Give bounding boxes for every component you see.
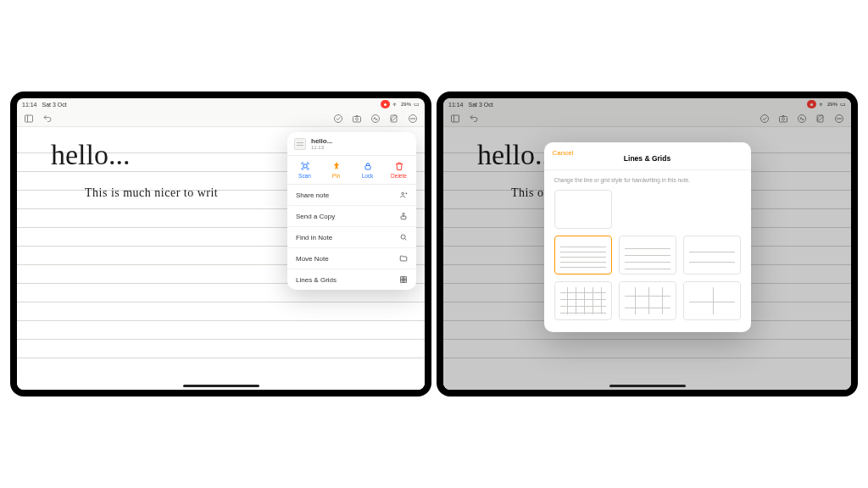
svg-rect-11 [303, 164, 307, 168]
person-add-icon [399, 191, 408, 199]
cancel-button[interactable]: Cancel [553, 149, 574, 157]
note-actions-popover: hello... 11:13 Scan Pin Lock [287, 132, 416, 290]
grid-icon [399, 275, 408, 284]
find-in-note-row[interactable]: Find in Note [287, 227, 416, 248]
draw-icon[interactable] [370, 114, 381, 124]
share-note-label: Share note [296, 191, 329, 199]
lines-grids-row[interactable]: Lines & Grids [287, 269, 416, 290]
svg-point-9 [413, 118, 414, 119]
status-bar: 11:14 Sat 3 Oct ᯤ 29% ▭ [17, 98, 425, 110]
recording-pill[interactable] [381, 100, 390, 108]
screen-left: 11:14 Sat 3 Oct ᯤ 29% ▭ [17, 98, 425, 390]
style-grid-small[interactable] [554, 281, 612, 320]
pin-icon [331, 161, 342, 171]
svg-rect-0 [25, 115, 33, 122]
lines-grids-modal: Cancel Lines & Grids Change the line or … [544, 142, 751, 332]
home-indicator[interactable] [183, 385, 259, 387]
quick-actions: Scan Pin Lock Delete [287, 156, 416, 185]
sidebar-toggle-icon[interactable] [24, 114, 34, 124]
lock-label: Lock [362, 173, 374, 179]
ipad-left: 11:14 Sat 3 Oct ᯤ 29% ▭ [10, 92, 431, 396]
home-indicator-right[interactable] [609, 385, 686, 387]
style-grid-medium[interactable] [619, 281, 676, 320]
send-copy-label: Send a Copy [296, 213, 335, 220]
style-grid-large[interactable] [683, 281, 741, 320]
modal-description: Change the line or grid style for handwr… [544, 170, 751, 186]
popover-subtitle: 11:13 [311, 145, 332, 150]
folder-icon [399, 254, 408, 263]
svg-point-8 [411, 118, 412, 119]
svg-point-10 [415, 118, 415, 119]
note-thumbnail-icon [294, 138, 306, 150]
battery-icon: ▭ [414, 101, 420, 108]
battery-label: 29% [401, 102, 411, 107]
find-label: Find in Note [296, 234, 332, 241]
style-lines-medium[interactable] [619, 236, 676, 274]
popover-title: hello... [311, 137, 332, 145]
camera-icon[interactable] [352, 114, 362, 124]
delete-label: Delete [391, 173, 407, 179]
lines-grids-label: Lines & Grids [296, 276, 337, 284]
move-note-row[interactable]: Move Note [287, 248, 416, 269]
style-blank[interactable] [554, 190, 612, 229]
svg-point-4 [356, 118, 359, 120]
undo-icon[interactable] [42, 114, 53, 124]
search-icon [399, 233, 408, 241]
status-time: 11:14 [22, 102, 37, 108]
screen-right: 11:14 Sat 3 Oct ᯤ 29% ▭ [443, 98, 851, 390]
more-icon[interactable] [408, 114, 418, 124]
share-icon [399, 212, 408, 220]
new-note-icon[interactable] [389, 114, 399, 124]
move-label: Move Note [296, 255, 329, 263]
pin-label: Pin [332, 173, 340, 179]
status-date: Sat 3 Oct [42, 102, 66, 108]
scan-button[interactable]: Scan [291, 161, 320, 179]
scan-icon [300, 161, 310, 171]
style-lines-wide[interactable] [683, 236, 741, 274]
svg-point-2 [335, 114, 342, 122]
handwriting-title: hello... [51, 139, 130, 171]
style-lines-narrow[interactable] [554, 236, 612, 274]
handwriting-line: This is much nicer to writ [85, 186, 218, 200]
svg-point-15 [401, 235, 405, 239]
style-options-grid [544, 186, 751, 324]
wifi-icon: ᯤ [392, 102, 398, 108]
svg-point-13 [402, 192, 404, 195]
svg-rect-16 [401, 277, 407, 283]
share-note-row[interactable]: Share note [287, 185, 416, 206]
modal-header: Cancel Lines & Grids [544, 142, 751, 170]
pin-button[interactable]: Pin [322, 161, 351, 179]
popover-header: hello... 11:13 [287, 132, 416, 156]
scan-label: Scan [298, 173, 311, 179]
lock-icon [363, 161, 373, 171]
svg-rect-12 [365, 166, 370, 170]
markup-icon[interactable] [333, 114, 343, 124]
send-copy-row[interactable]: Send a Copy [287, 206, 416, 227]
ipad-right: 11:14 Sat 3 Oct ᯤ 29% ▭ [437, 92, 858, 396]
trash-icon [394, 161, 404, 171]
delete-button[interactable]: Delete [385, 161, 414, 179]
svg-rect-3 [353, 116, 361, 122]
modal-title: Lines & Grids [624, 154, 670, 163]
toolbar [17, 110, 425, 127]
lock-button[interactable]: Lock [353, 161, 382, 179]
